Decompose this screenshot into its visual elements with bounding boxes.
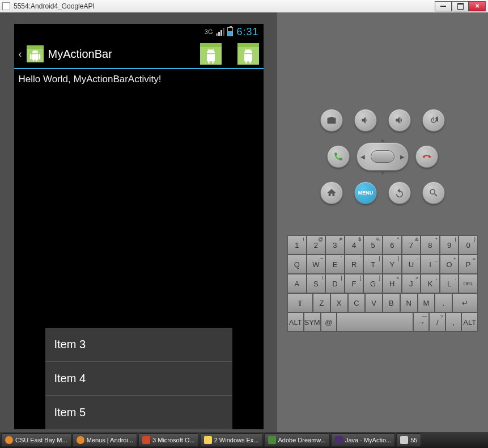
- emulator-window: 5554:Android4_GoogleAPI ✕ 3G 6:31 ‹: [0, 0, 488, 448]
- emulator-keyboard: 1!2@3#4$5%6^7&8*9(0)QW~E´R`T{Y}U-I_O+P=A…: [287, 235, 478, 332]
- taskbar-icon: [5, 436, 13, 444]
- back-caret-icon[interactable]: ‹: [19, 48, 22, 60]
- menu-item[interactable]: Item 5: [45, 396, 232, 429]
- call-button[interactable]: [327, 145, 350, 168]
- overflow-menu: Item 3 Item 4 Item 5: [45, 328, 232, 429]
- taskbar-icon: [268, 436, 276, 444]
- taskbar-icon: [204, 436, 212, 444]
- dpad-right-button[interactable]: ▶: [400, 154, 405, 160]
- key-l[interactable]: L:: [440, 274, 459, 293]
- key-s[interactable]: S\: [307, 274, 326, 293]
- key-del[interactable]: DEL: [459, 274, 478, 293]
- key-/[interactable]: /?: [429, 312, 445, 332]
- end-call-button[interactable]: [415, 145, 438, 168]
- key-5[interactable]: 5%: [363, 235, 383, 255]
- key-e[interactable]: E´: [325, 255, 345, 274]
- key-b[interactable]: B: [383, 293, 400, 312]
- minimize-button[interactable]: [435, 1, 452, 11]
- network-label: 3G: [205, 28, 213, 35]
- key-→[interactable]: →—: [413, 312, 430, 332]
- close-button[interactable]: ✕: [469, 1, 486, 11]
- power-button[interactable]: [422, 109, 445, 132]
- menu-item[interactable]: Item 3: [45, 328, 232, 362]
- key-o[interactable]: O+: [440, 255, 459, 274]
- key-k[interactable]: K;: [421, 274, 440, 293]
- key-n[interactable]: N: [400, 293, 418, 312]
- key-space[interactable]: [337, 312, 413, 332]
- key-8[interactable]: 8*: [421, 235, 440, 255]
- taskbar-item[interactable]: 55: [396, 433, 421, 447]
- app-logo-icon[interactable]: [27, 45, 44, 62]
- key-m[interactable]: M: [418, 293, 435, 312]
- key-h[interactable]: H<: [383, 274, 402, 293]
- app-content: Hello World, MyActionBarActivity!: [14, 69, 264, 90]
- taskbar-item[interactable]: 2 Windows Ex...: [200, 433, 263, 447]
- dpad-center-button[interactable]: [371, 150, 394, 163]
- actionbar-action-1[interactable]: [200, 43, 222, 65]
- taskbar-label: CSU East Bay M...: [15, 437, 67, 443]
- action-bar: ‹ MyActionBar: [14, 40, 264, 69]
- key-⇧[interactable]: ⇧: [287, 293, 313, 312]
- key-alt[interactable]: ALT: [287, 312, 304, 332]
- key-9[interactable]: 9(: [440, 235, 459, 255]
- key-,[interactable]: ,: [445, 312, 462, 332]
- back-button[interactable]: [388, 181, 411, 204]
- maximize-button[interactable]: [452, 1, 469, 11]
- key-4[interactable]: 4$: [345, 235, 364, 255]
- key-6[interactable]: 6^: [383, 235, 402, 255]
- emulator-controls: ▲ ▼ ◀ ▶ MENU 1!2@3#4$5%6^7&8*9(0)QW~E´R`…: [277, 12, 488, 432]
- key-a[interactable]: A: [287, 274, 307, 293]
- taskbar-label: Adobe Dreamw...: [278, 437, 326, 443]
- dpad-down-button[interactable]: ▼: [380, 170, 385, 176]
- key-f[interactable]: F[: [345, 274, 364, 293]
- dpad-left-button[interactable]: ◀: [360, 154, 365, 160]
- key-1[interactable]: 1!: [287, 235, 307, 255]
- key-0[interactable]: 0): [459, 235, 478, 255]
- key-alt[interactable]: ALT: [461, 312, 478, 332]
- key-d[interactable]: D|: [325, 274, 345, 293]
- android-statusbar: 3G 6:31: [14, 24, 264, 40]
- key-u[interactable]: U-: [402, 255, 421, 274]
- key-j[interactable]: J>: [402, 274, 421, 293]
- home-button[interactable]: [320, 181, 343, 204]
- taskbar-icon: [142, 436, 150, 444]
- taskbar-label: Java - MyActio...: [345, 437, 391, 443]
- key-v[interactable]: V: [365, 293, 383, 312]
- taskbar-icon: [335, 436, 343, 444]
- key-t[interactable]: T{: [363, 255, 383, 274]
- taskbar-label: Menus | Androi...: [87, 437, 133, 443]
- taskbar-label: 2 Windows Ex...: [214, 437, 259, 443]
- key-c[interactable]: C: [348, 293, 366, 312]
- volume-up-button[interactable]: [388, 109, 411, 132]
- key-w[interactable]: W~: [307, 255, 326, 274]
- key-.[interactable]: .: [435, 293, 452, 312]
- key-r[interactable]: R`: [345, 255, 364, 274]
- key-i[interactable]: I_: [421, 255, 440, 274]
- window-title: 5554:Android4_GoogleAPI: [14, 2, 435, 10]
- key-y[interactable]: Y}: [383, 255, 402, 274]
- camera-button[interactable]: [320, 109, 343, 132]
- dpad-up-button[interactable]: ▲: [380, 137, 385, 143]
- key-3[interactable]: 3#: [325, 235, 345, 255]
- key-z[interactable]: Z: [313, 293, 330, 312]
- key-@[interactable]: @: [321, 312, 337, 332]
- signal-icon: [216, 28, 224, 36]
- key-q[interactable]: Q: [287, 255, 307, 274]
- search-button[interactable]: [422, 181, 445, 204]
- key-sym[interactable]: SYM: [304, 312, 321, 332]
- taskbar-item[interactable]: Java - MyActio...: [331, 433, 395, 447]
- key-x[interactable]: X: [330, 293, 348, 312]
- key-g[interactable]: G]: [363, 274, 383, 293]
- taskbar-item[interactable]: CSU East Bay M...: [1, 433, 71, 447]
- taskbar-item[interactable]: Menus | Androi...: [73, 433, 137, 447]
- taskbar-item[interactable]: Adobe Dreamw...: [264, 433, 330, 447]
- key-7[interactable]: 7&: [402, 235, 421, 255]
- key-p[interactable]: P=: [459, 255, 478, 274]
- taskbar-item[interactable]: 3 Microsoft O...: [138, 433, 199, 447]
- menu-button[interactable]: MENU: [354, 181, 377, 204]
- key-2[interactable]: 2@: [307, 235, 326, 255]
- key-↵[interactable]: ↵: [452, 293, 478, 312]
- actionbar-action-2[interactable]: [237, 43, 259, 65]
- menu-item[interactable]: Item 4: [45, 362, 232, 396]
- volume-down-button[interactable]: [354, 109, 377, 132]
